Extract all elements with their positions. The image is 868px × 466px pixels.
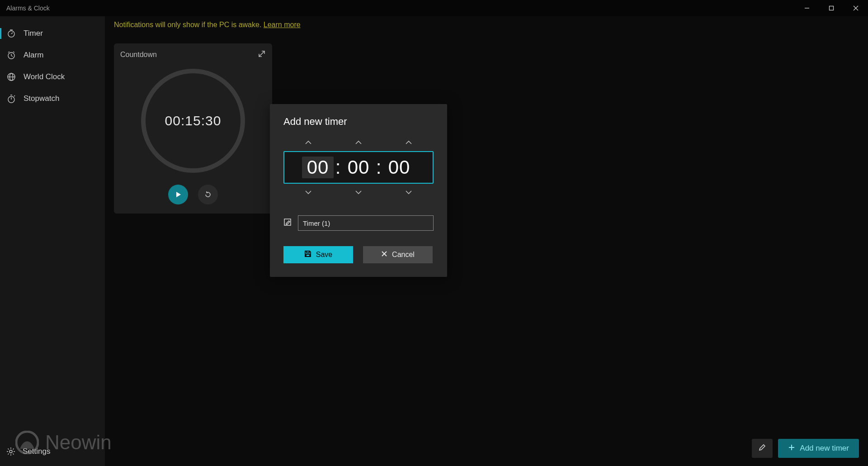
sidebar: Timer Alarm World Clock Stopwatch Setti (0, 16, 105, 466)
svg-point-19 (9, 450, 12, 453)
time-picker[interactable]: 00 : 00 : 00 (283, 151, 434, 184)
window-maximize-button[interactable] (819, 0, 844, 16)
minutes-segment[interactable]: 00 (343, 157, 374, 178)
titlebar: Alarms & Clock (0, 0, 868, 16)
timer-name-input[interactable] (298, 215, 434, 231)
save-button[interactable]: Save (283, 246, 353, 263)
neowin-logo-icon (15, 431, 39, 454)
notification-learn-more-link[interactable]: Learn more (264, 21, 301, 29)
minutes-up-button[interactable] (345, 140, 372, 145)
app-title: Alarms & Clock (6, 5, 50, 12)
play-button[interactable] (168, 185, 188, 204)
notification-text: Notifications will only show if the PC i… (114, 21, 264, 29)
watermark-text: Neowin (45, 431, 112, 454)
hours-down-button[interactable] (295, 190, 322, 195)
seconds-up-button[interactable] (395, 140, 422, 145)
add-timer-dialog: Add new timer 00 : 00 : 00 (270, 104, 447, 277)
sidebar-item-stopwatch[interactable]: Stopwatch (0, 88, 105, 109)
svg-rect-1 (830, 6, 834, 10)
timer-time-display: 00:15:30 (165, 113, 222, 128)
svg-line-11 (13, 52, 14, 52)
seconds-segment[interactable]: 00 (383, 157, 415, 178)
window-minimize-button[interactable] (795, 0, 819, 16)
cancel-button-label: Cancel (392, 251, 415, 259)
timer-card-title: Countdown (120, 51, 157, 59)
svg-rect-26 (306, 254, 310, 257)
hours-segment[interactable]: 00 (302, 157, 334, 178)
add-new-timer-label: Add new timer (800, 444, 849, 453)
sidebar-item-timer[interactable]: Timer (0, 23, 105, 44)
stopwatch-icon (6, 94, 16, 104)
sidebar-item-label: Stopwatch (24, 94, 59, 103)
add-new-timer-button[interactable]: Add new timer (778, 439, 859, 458)
alarm-icon (6, 50, 16, 60)
time-colon: : (334, 157, 343, 178)
svg-line-20 (259, 51, 264, 57)
notification-banner: Notifications will only show if the PC i… (105, 16, 868, 29)
svg-line-18 (14, 95, 15, 96)
world-clock-icon (6, 72, 16, 82)
plus-icon (788, 444, 795, 453)
sidebar-item-label: World Clock (24, 72, 65, 81)
sidebar-item-world-clock[interactable]: World Clock (0, 66, 105, 88)
timer-progress-ring: 00:15:30 (141, 69, 245, 173)
cancel-button[interactable]: Cancel (363, 246, 433, 263)
svg-line-10 (8, 52, 9, 52)
timer-icon (6, 29, 16, 38)
save-icon (304, 250, 311, 259)
gear-icon (6, 447, 15, 456)
svg-line-5 (11, 33, 13, 34)
dialog-title: Add new timer (283, 116, 434, 128)
watermark: Neowin (15, 431, 112, 454)
edit-timers-button[interactable] (752, 439, 773, 458)
sidebar-item-label: Alarm (24, 51, 43, 60)
window-close-button[interactable] (844, 0, 868, 16)
svg-rect-25 (307, 251, 309, 253)
svg-marker-21 (176, 192, 181, 197)
edit-name-icon (283, 218, 292, 228)
expand-icon[interactable] (258, 50, 266, 60)
sidebar-item-alarm[interactable]: Alarm (0, 44, 105, 66)
seconds-down-button[interactable] (395, 190, 422, 195)
time-colon: : (374, 157, 383, 178)
close-icon (381, 251, 387, 259)
reset-button[interactable] (198, 185, 218, 204)
svg-line-9 (11, 56, 13, 57)
pencil-icon (758, 443, 766, 453)
timer-card: Countdown 00:15:30 (114, 43, 272, 214)
hours-up-button[interactable] (295, 140, 322, 145)
save-button-label: Save (316, 251, 332, 259)
minutes-down-button[interactable] (345, 190, 372, 195)
sidebar-item-label: Timer (24, 29, 43, 38)
